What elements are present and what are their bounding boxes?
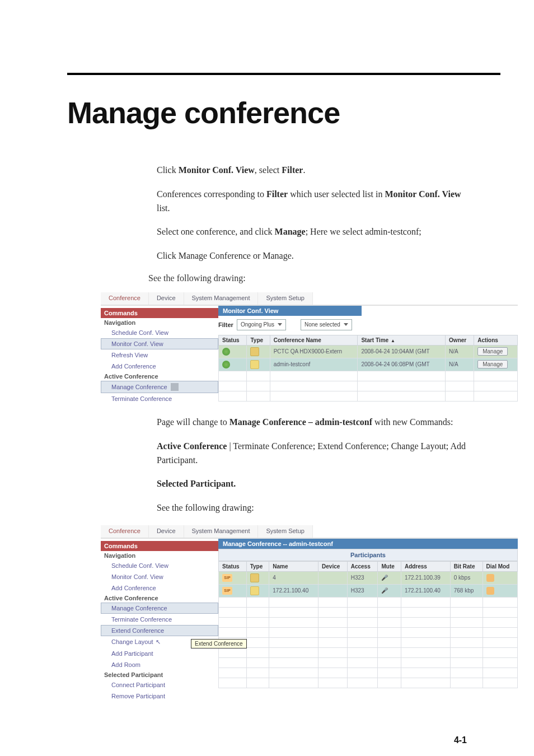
sidebar-item-change-layout[interactable]: Change Layout ↖ Extend Conference <box>101 636 218 648</box>
col-status[interactable]: Status <box>219 561 247 571</box>
table-row[interactable]: SIP 172.21.100.40 H323 🎤 172.21.100.40 7… <box>219 584 518 597</box>
tab-conference[interactable]: Conference <box>101 525 149 538</box>
col-dialmode[interactable]: Dial Mod <box>483 561 517 571</box>
tab-device[interactable]: Device <box>149 292 184 305</box>
sidebar-item-label: Add Room <box>111 661 140 668</box>
sidebar-item-add-conference[interactable]: Add Conference <box>101 361 218 372</box>
sidebar-item-extend-conference[interactable]: Extend Conference <box>101 625 218 636</box>
text-bold: Filter <box>266 189 288 199</box>
sip-icon: SIP <box>222 574 232 582</box>
sidebar-commands-header: Commands <box>101 308 218 318</box>
sip-icon: SIP <box>222 587 232 595</box>
tab-system-management[interactable]: System Management <box>184 525 259 538</box>
manage-button[interactable]: Manage <box>477 347 508 356</box>
sidebar-navigation-header: Navigation <box>101 551 218 560</box>
filter-label: Filter <box>218 321 233 328</box>
text-bold: Manage <box>275 227 306 236</box>
after-1c: Selected Participant. <box>157 477 467 491</box>
table-row[interactable]: admin-testconf 2008-04-24 06:08PM (GMT N… <box>219 358 518 371</box>
col-type[interactable]: Type <box>246 561 269 571</box>
sidebar-item-label: Manage Conference <box>111 384 167 390</box>
table-row-empty <box>219 637 518 647</box>
sidebar-item-refresh-view[interactable]: Refresh View <box>101 349 218 361</box>
microphone-icon[interactable]: 🎤 <box>381 587 388 594</box>
col-address[interactable]: Address <box>401 561 450 571</box>
table-row-empty <box>219 381 518 391</box>
table-row[interactable]: SIP 4 H323 🎤 172.21.100.39 0 kbps <box>219 571 518 584</box>
sidebar-item-manage-conference[interactable]: Manage Conference <box>101 603 218 614</box>
col-type[interactable]: Type <box>247 335 270 345</box>
sidebar-item-schedule-conf[interactable]: Schedule Conf. View <box>101 560 218 571</box>
tab-system-management[interactable]: System Management <box>184 292 259 305</box>
sidebar-item-add-conference[interactable]: Add Conference <box>101 582 218 594</box>
tab-device[interactable]: Device <box>149 525 184 538</box>
microphone-icon[interactable]: 🎤 <box>381 575 388 581</box>
participants-table: Status Type Name Device Access Mute Addr… <box>218 561 518 688</box>
dial-icon[interactable] <box>486 587 494 595</box>
sidebar-commands-header: Commands <box>101 541 218 551</box>
col-confname[interactable]: Conference Name <box>270 335 358 345</box>
sidebar-item-label: Refresh View <box>111 352 148 358</box>
dial-icon[interactable] <box>486 574 494 582</box>
sidebar-item-terminate-conference[interactable]: Terminate Conference <box>101 614 218 625</box>
pane-title: Monitor Conf. View <box>218 306 362 316</box>
step-3: Select one conference, and click Manage;… <box>157 225 467 239</box>
sidebar-item-remove-participant[interactable]: Remove Participant <box>101 690 218 702</box>
cell-status <box>219 345 247 358</box>
text: Select one conference, and click <box>157 227 275 236</box>
select-value: None selected <box>305 321 340 328</box>
sidebar-item-add-participant[interactable]: Add Participant <box>101 648 218 659</box>
cell-device <box>318 571 348 584</box>
col-label: Start Time <box>361 337 388 343</box>
table-row-empty <box>219 647 518 657</box>
table-row-empty <box>219 391 518 401</box>
content-pane: Manage Conference -- admin-testconf Part… <box>218 539 518 702</box>
type-icon <box>250 360 259 369</box>
col-device[interactable]: Device <box>318 561 348 571</box>
text-bold: Filter <box>282 165 303 175</box>
table-header-row: Status Type Name Device Access Mute Addr… <box>219 561 518 571</box>
tab-conference[interactable]: Conference <box>101 292 149 305</box>
sidebar-item-add-room[interactable]: Add Room <box>101 659 218 670</box>
hourglass-icon <box>171 383 179 391</box>
sidebar-item-monitor-conf[interactable]: Monitor Conf. View <box>101 338 218 349</box>
see-following-1: See the following drawing: <box>148 273 467 283</box>
filter-select-ongoing[interactable]: Ongoing Plus <box>237 319 286 330</box>
cell-address: 172.21.100.40 <box>401 584 450 597</box>
table-row[interactable]: PCTC QA HDX9000-Extern 2008-04-24 10:04A… <box>219 345 518 358</box>
col-start[interactable]: Start Time▲ <box>358 335 446 345</box>
sidebar-item-monitor-conf[interactable]: Monitor Conf. View <box>101 571 218 582</box>
col-status[interactable]: Status <box>219 335 247 345</box>
sort-asc-icon: ▲ <box>391 338 395 343</box>
cell-access: H323 <box>347 584 378 597</box>
see-following-2: See the following drawing: <box>157 501 467 515</box>
tab-system-setup[interactable]: System Setup <box>258 292 312 305</box>
cell-start: 2008-04-24 06:08PM (GMT <box>358 358 446 371</box>
sidebar-item-label: Terminate Conference <box>111 395 172 402</box>
cell-owner: N/A <box>446 345 474 358</box>
sidebar-item-connect-participant[interactable]: Connect Participant <box>101 679 218 690</box>
sidebar-selected-participant-header: Selected Participant <box>101 670 218 679</box>
manage-button[interactable]: Manage <box>477 360 508 368</box>
cell-start: 2008-04-24 10:04AM (GMT <box>358 345 446 358</box>
col-access[interactable]: Access <box>347 561 378 571</box>
step-2: Conferences corresponding to Filter whic… <box>157 188 467 216</box>
sidebar-item-schedule-conf[interactable]: Schedule Conf. View <box>101 327 218 338</box>
text: Page will change to <box>157 417 229 427</box>
col-owner[interactable]: Owner <box>446 335 474 345</box>
filter-row: Filter Ongoing Plus None selected <box>218 316 518 335</box>
sidebar-item-manage-conference[interactable]: Manage Conference <box>101 381 218 393</box>
col-name[interactable]: Name <box>269 561 318 571</box>
col-mute[interactable]: Mute <box>378 561 401 571</box>
after-screenshot-1-text: Page will change to Manage Conference – … <box>157 416 467 515</box>
sidebar-item-terminate-conference[interactable]: Terminate Conference <box>101 393 218 404</box>
cell-name: 4 <box>269 571 318 584</box>
cell-name: admin-testconf <box>270 358 358 371</box>
text-bold: Manage Conference – admin-testconf <box>229 417 372 427</box>
col-actions[interactable]: Actions <box>474 335 518 345</box>
tab-system-setup[interactable]: System Setup <box>258 525 312 538</box>
filter-select-none[interactable]: None selected <box>301 319 352 330</box>
step-1: Click Monitor Conf. View, select Filter. <box>157 164 467 178</box>
cell-type <box>247 345 270 358</box>
col-bitrate[interactable]: Bit Rate <box>450 561 483 571</box>
